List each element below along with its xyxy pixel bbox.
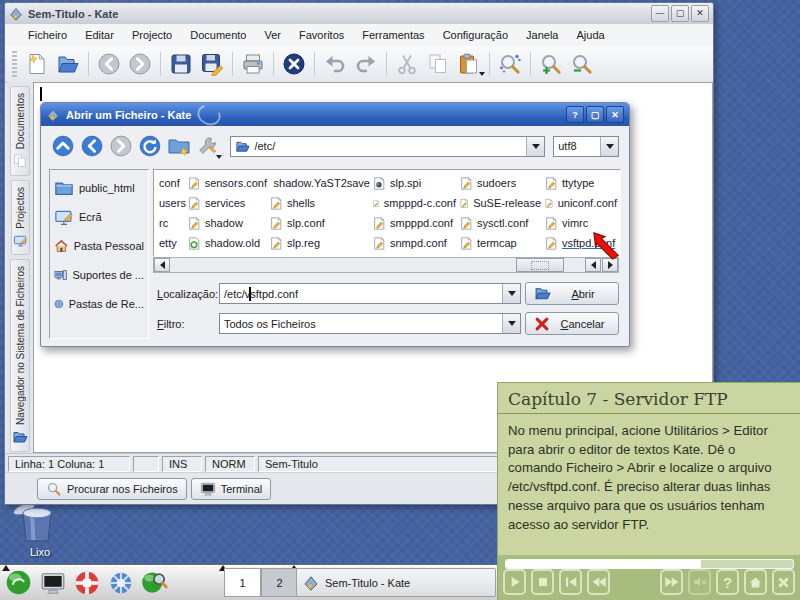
place-ecra[interactable]: Ecrã [54,207,144,227]
new-document-icon[interactable] [23,50,51,78]
place-public-html[interactable]: public_html [54,178,144,198]
file-item[interactable]: sysctl.conf [459,213,541,233]
back-icon[interactable] [95,50,123,78]
sidebar-tab-documentos[interactable]: Documentos [10,86,30,176]
open-file-icon[interactable] [54,50,82,78]
scrollbar-thumb[interactable] [516,258,564,272]
file-list-horizontal-scrollbar[interactable] [153,257,619,273]
close-tutorial-button[interactable] [772,569,795,595]
file-item[interactable]: uniconf.conf [544,193,617,213]
suse-help-icon[interactable] [73,569,100,596]
search-tool-icon[interactable] [141,569,168,596]
forward-icon[interactable] [109,134,134,159]
paste-dropdown-arrow[interactable] [479,72,485,76]
save-as-icon[interactable] [198,50,226,78]
open-button[interactable]: Abrir [525,282,619,305]
forward-icon[interactable] [126,50,154,78]
menu-documento[interactable]: Documento [181,26,255,44]
zoom-in-icon[interactable] [537,50,565,78]
file-item[interactable]: shadow.YaST2save [269,173,370,193]
file-item[interactable]: slp.reg [269,233,370,253]
file-item[interactable]: ttytype [544,173,617,193]
trash-icon[interactable]: Lixo [10,497,70,558]
path-combo-dropdown[interactable] [526,137,544,156]
menu-projecto[interactable]: Projecto [123,26,181,44]
location-combo-dropdown[interactable] [502,284,520,303]
pager-desktop-2[interactable]: 2 [261,568,298,597]
filter-combo[interactable]: Todos os Ficheiros [219,313,521,334]
dialog-close-button[interactable]: ✕ [606,106,624,123]
file-item[interactable]: sensors.conf [187,173,267,193]
sidebar-tab-projectos[interactable]: Projectos [11,180,30,255]
copy-icon[interactable] [424,50,452,78]
configure-icon[interactable] [196,134,221,159]
paste-icon[interactable] [455,50,483,78]
file-item[interactable]: conf [159,173,186,193]
menu-ver[interactable]: Ver [256,26,291,44]
terminal-launcher-icon[interactable] [39,569,66,596]
close-document-icon[interactable] [280,50,308,78]
file-item[interactable]: services [187,193,267,213]
play-button[interactable] [503,569,526,595]
file-item[interactable]: termcap [459,233,541,253]
file-item[interactable]: rc [159,213,186,233]
find-icon[interactable] [496,50,524,78]
file-item[interactable]: shells [269,193,370,213]
file-item[interactable]: shadow [187,213,267,233]
scroll-left-button[interactable] [154,258,170,272]
file-item[interactable]: sudoers [459,173,541,193]
menu-janela[interactable]: Janela [517,26,567,44]
pager-desktop-1[interactable]: 1 [224,568,261,597]
stop-button[interactable] [531,569,554,595]
undo-icon[interactable] [321,50,349,78]
help-button[interactable]: ? [716,569,739,595]
minimize-button[interactable]: — [651,5,669,22]
mute-button[interactable] [688,569,711,595]
file-item[interactable]: slp.conf [269,213,370,233]
menu-ferramentas[interactable]: Ferramentas [353,26,433,44]
back-icon[interactable] [80,134,105,159]
tutorial-progress-bar[interactable] [505,559,794,569]
location-combo[interactable]: /etc/vsftpd.conf [219,283,521,304]
encoding-combo[interactable]: utf8 [553,136,619,157]
file-item[interactable]: SuSE-release [459,193,541,213]
sidebar-tab-filesystem-browser[interactable]: Navegador no Sistema de Ficheiros [10,259,30,452]
cut-icon[interactable] [393,50,421,78]
place-pastas-rede[interactable]: Pastas de Re... [54,294,144,314]
taskbar-task-kate[interactable]: Sem-Titulo - Kate [296,568,496,597]
reload-icon[interactable] [138,134,163,159]
menu-ajuda[interactable]: Ajuda [567,26,613,44]
print-icon[interactable] [239,50,267,78]
menu-ficheiro[interactable]: Ficheiro [19,26,76,44]
redo-icon[interactable] [352,50,380,78]
dialog-help-button[interactable]: ? [566,106,584,123]
close-button[interactable]: ✕ [691,5,709,22]
terminal-button[interactable]: Terminal [191,478,272,500]
file-item[interactable]: smpppd-c.conf [372,193,456,213]
file-item[interactable]: vimrc [544,213,617,233]
home-button[interactable] [744,569,767,595]
file-item[interactable]: etty [159,233,186,253]
kmenu-suse-icon[interactable] [5,569,32,596]
up-icon[interactable] [51,134,76,159]
save-icon[interactable] [167,50,195,78]
file-item[interactable]: users [159,193,186,213]
configure-dropdown-arrow[interactable] [216,155,222,159]
file-item[interactable]: shadow.old [187,233,267,253]
skip-to-start-button[interactable] [559,569,582,595]
file-item[interactable]: snmpd.conf [372,233,456,253]
cancel-button[interactable]: Cancelar [525,312,619,335]
menu-favoritos[interactable]: Favoritos [290,26,353,44]
new-folder-icon[interactable] [167,134,192,159]
path-combo[interactable]: /etc/ [230,136,545,157]
place-suportes[interactable]: Suportes de ... [54,265,144,285]
place-pasta-pessoal[interactable]: Pasta Pessoal [54,236,144,256]
file-item[interactable]: slp.spi [372,173,456,193]
menu-configuracao[interactable]: Configuração [434,26,517,44]
file-item[interactable]: smpppd.conf [372,213,456,233]
konqueror-icon[interactable] [107,569,134,596]
encoding-combo-dropdown[interactable] [600,137,618,156]
zoom-out-icon[interactable] [568,50,596,78]
maximize-button[interactable]: ▢ [671,5,689,22]
filter-combo-dropdown[interactable] [502,314,520,333]
